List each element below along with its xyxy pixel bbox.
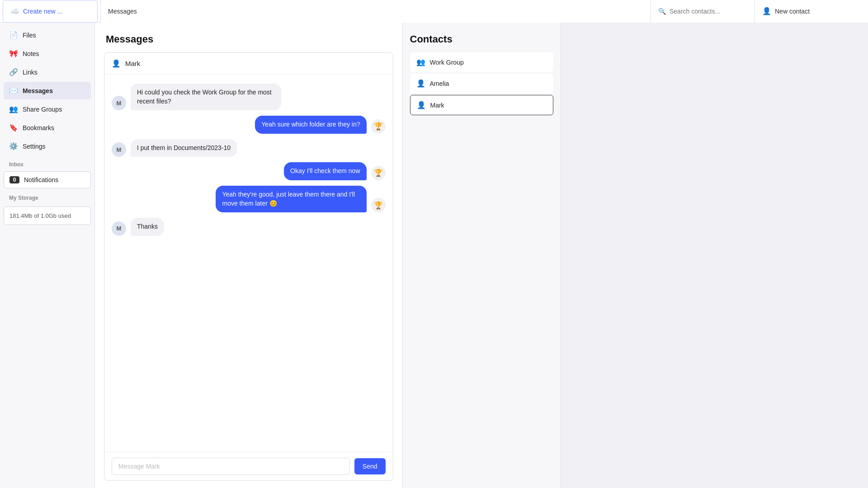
avatar: 🏆 [371,166,386,180]
contact-label: Work Group [430,59,464,66]
message-row: M Hi could you check the Work Group for … [112,84,386,110]
message-row: M I put them in Documents/2023-10 [112,139,386,157]
sidebar-item-notes[interactable]: 🎀 Notes [4,45,91,62]
messages-panel: Messages 👤 Mark M Hi could you check the… [95,23,403,488]
contact-item-mark[interactable]: 👤 Mark [410,95,553,115]
files-icon: 📄 [9,31,18,39]
notifications-button[interactable]: 0 Notifications [4,171,91,188]
person-icon: 👤 [416,79,425,88]
avatar: M [112,221,126,236]
person-add-icon: 👤 [762,7,771,15]
storage-indicator: 181.4Mb of 1.0Gb used [4,206,91,225]
storage-section-label: My Storage [4,189,91,203]
send-button[interactable]: Send [354,458,386,474]
sidebar-item-messages[interactable]: ✉️ Messages [4,82,91,99]
message-bubble: I put them in Documents/2023-10 [131,139,237,157]
contacts-panel: Contacts 👥 Work Group 👤 Amelia 👤 Mark [403,23,561,488]
avatar: 🏆 [371,119,386,134]
notes-icon: 🎀 [9,49,18,58]
sidebar-label-share-groups: Share Groups [23,106,62,113]
sidebar-label-links: Links [23,69,38,76]
message-row: 🏆 Yeah sure which folder are they in? [112,116,386,134]
notification-badge: 0 [9,176,19,183]
sidebar-label-bookmarks: Bookmarks [23,124,54,131]
chat-contact-name: Mark [125,60,140,67]
chat-input-row: Send [104,452,393,480]
message-bubble: Yeah they're good, just leave them there… [216,186,366,212]
sidebar-label-messages: Messages [23,87,53,94]
sidebar: 📄 Files 🎀 Notes 🔗 Links ✉️ Messages 👥 Sh… [0,23,95,488]
message-bubble: Thanks [131,218,164,236]
messages-icon: ✉️ [9,86,18,95]
create-new-button[interactable]: ☁️ Create new ... [3,0,98,23]
sidebar-label-files: Files [23,32,36,39]
message-row: 🏆 Okay I'll check them now [112,162,386,180]
share-groups-icon: 👥 [9,105,18,113]
sidebar-item-share-groups[interactable]: 👥 Share Groups [4,100,91,118]
inbox-section-label: Inbox [4,156,91,169]
sidebar-item-settings[interactable]: ⚙️ Settings [4,137,91,155]
bookmarks-icon: 🔖 [9,123,18,132]
search-input[interactable] [670,8,747,15]
person-icon: 👤 [112,59,121,68]
main-content: 📄 Files 🎀 Notes 🔗 Links ✉️ Messages 👥 Sh… [0,23,868,488]
create-new-label: Create new ... [23,8,62,15]
new-contact-button[interactable]: 👤 New contact [755,0,868,23]
avatar: 🏆 [371,198,386,212]
sidebar-item-files[interactable]: 📄 Files [4,26,91,44]
person-icon: 👤 [417,101,426,109]
message-bubble: Yeah sure which folder are they in? [255,116,366,134]
breadcrumb: Messages [100,0,651,23]
avatar: M [112,96,126,110]
sidebar-label-settings: Settings [23,143,46,150]
contact-item-work-group[interactable]: 👥 Work Group [410,52,553,72]
group-icon: 👥 [416,58,425,66]
contact-label: Amelia [430,80,449,87]
message-row: 🏆 Yeah they're good, just leave them the… [112,186,386,212]
contact-label: Mark [430,102,444,109]
chat-body: M Hi could you check the Work Group for … [104,75,393,452]
sidebar-label-notes: Notes [23,50,39,57]
message-bubble: Hi could you check the Work Group for th… [131,84,281,110]
chat-window: 👤 Mark M Hi could you check the Work Gro… [104,52,393,481]
contact-item-amelia[interactable]: 👤 Amelia [410,74,553,93]
messages-heading: Messages [95,23,402,52]
top-bar: ☁️ Create new ... Messages 🔍 👤 New conta… [0,0,868,23]
message-row: M Thanks [112,218,386,236]
new-contact-label: New contact [775,8,810,15]
search-contacts-area: 🔍 [651,0,755,23]
message-input[interactable] [112,458,350,475]
links-icon: 🔗 [9,68,18,76]
settings-icon: ⚙️ [9,142,18,150]
avatar: M [112,142,126,157]
message-bubble: Okay I'll check them now [284,162,366,180]
search-icon: 🔍 [658,8,666,15]
sidebar-item-bookmarks[interactable]: 🔖 Bookmarks [4,119,91,136]
chat-header: 👤 Mark [104,53,393,75]
contacts-heading: Contacts [410,33,553,45]
right-panel [561,23,868,488]
notifications-label: Notifications [24,176,58,183]
cloud-icon: ☁️ [10,7,19,15]
storage-used-text: 181.4Mb of 1.0Gb used [9,212,71,219]
sidebar-item-links[interactable]: 🔗 Links [4,63,91,81]
